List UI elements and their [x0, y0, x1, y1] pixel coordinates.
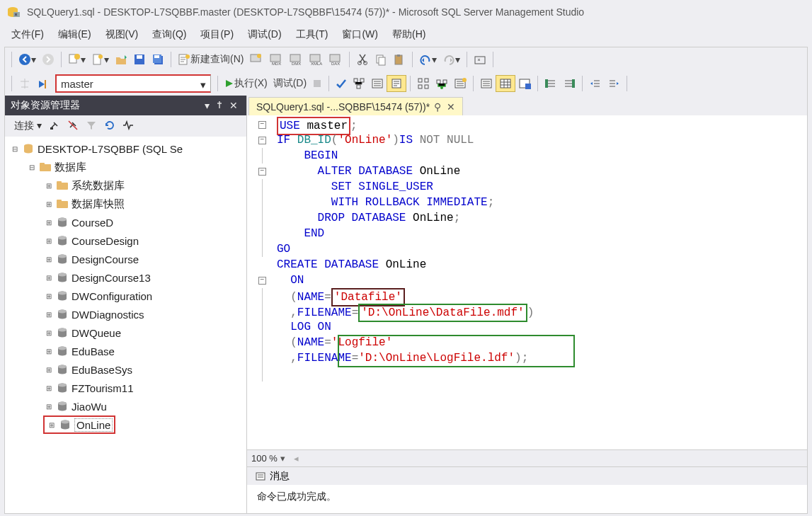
connect-plug-icon[interactable] — [45, 120, 64, 133]
save-button[interactable] — [130, 52, 149, 67]
editor-tab-active[interactable]: SQLQuery1.sql -...SQBBF\15474 (57))* ⚲ ✕ — [248, 97, 463, 115]
include-client-stats[interactable] — [451, 76, 469, 91]
quick-launch-icon[interactable] — [471, 52, 489, 67]
tree-expand-icon[interactable]: ⊞ — [43, 253, 55, 265]
database-snapshots[interactable]: 数据库快照 — [72, 197, 125, 211]
tree-expand-icon[interactable]: ⊞ — [46, 419, 57, 430]
execute-button[interactable]: 执行(X) — [222, 76, 270, 91]
database-node[interactable]: JiaoWu — [72, 401, 107, 413]
database-node[interactable]: OnLine — [74, 418, 113, 432]
new-query-button[interactable]: 新建查询(N) — [175, 52, 246, 67]
database-node[interactable]: DesignCourse — [72, 253, 139, 265]
open-file-button[interactable] — [112, 52, 130, 67]
include-live-stats[interactable] — [433, 76, 451, 91]
comment-button[interactable] — [542, 76, 560, 91]
menu-query[interactable]: 查询(Q) — [145, 26, 193, 43]
filter-icon[interactable] — [82, 120, 101, 133]
tree-expand-icon[interactable]: ⊞ — [43, 364, 55, 375]
debug-button[interactable]: 调试(D) — [270, 76, 309, 91]
results-to-grid[interactable] — [496, 75, 515, 92]
undo-button[interactable]: ▾ — [416, 52, 440, 67]
code-editor[interactable]: − − − − USE master; IF DB_ID( — [247, 115, 807, 449]
dax-button[interactable]: DAX — [326, 51, 345, 68]
tree-expand-icon[interactable]: ⊞ — [43, 309, 55, 320]
activity-icon[interactable] — [119, 120, 137, 133]
decrease-indent[interactable] — [586, 76, 605, 91]
database-node[interactable]: EduBaseSys — [72, 364, 132, 376]
database-node[interactable]: CourseDesign — [72, 235, 139, 247]
include-actual-plan[interactable] — [414, 76, 433, 91]
object-explorer-tree[interactable]: ⊟ DESKTOP-L7SQBBF (SQL Se ⊟ 数据库 ⊞ 系统数据库 … — [5, 137, 246, 513]
database-node[interactable]: FZTourism11 — [72, 382, 134, 394]
menu-file[interactable]: 文件(F) — [4, 26, 51, 43]
sql-arrow-icon[interactable] — [34, 76, 52, 91]
pin-icon[interactable]: ⚲ — [434, 101, 441, 113]
paste-button[interactable] — [390, 52, 408, 67]
tree-expand-icon[interactable]: ⊞ — [43, 272, 55, 283]
display-estimated-plan[interactable] — [350, 76, 368, 91]
menu-help[interactable]: 帮助(H) — [385, 26, 433, 43]
tree-expand-icon[interactable]: ⊞ — [43, 235, 55, 246]
copy-button[interactable] — [372, 52, 390, 67]
menu-view[interactable]: 视图(V) — [98, 26, 146, 43]
messages-tab[interactable]: 消息 — [251, 470, 294, 483]
database-node[interactable]: DWQueue — [72, 327, 121, 339]
disconnect-icon[interactable] — [64, 120, 82, 133]
new-file-button[interactable]: ▾ — [88, 52, 112, 67]
mdx-button-1[interactable] — [246, 51, 266, 68]
database-node[interactable]: CourseD — [72, 217, 113, 229]
results-to-file[interactable] — [515, 76, 534, 91]
new-project-button[interactable]: ▾ — [65, 52, 88, 67]
tree-expand-icon[interactable]: ⊞ — [43, 327, 55, 338]
pin-icon[interactable] — [212, 100, 227, 111]
zoom-value[interactable]: 100 % — [251, 453, 278, 464]
menu-edit[interactable]: 编辑(E) — [51, 26, 98, 43]
cut-button[interactable] — [353, 52, 372, 67]
increase-indent[interactable] — [605, 76, 623, 91]
nav-back-button[interactable]: ▾ — [16, 52, 39, 67]
nav-forward-button[interactable] — [39, 52, 57, 67]
title-bar: SQLQuery1.sql - DESKTOP-L7SQBBF.master (… — [0, 0, 812, 24]
database-node[interactable]: DesignCourse13 — [72, 272, 151, 284]
tree-expand-icon[interactable]: ⊞ — [43, 345, 55, 357]
query-options[interactable] — [368, 76, 387, 91]
database-node[interactable]: DWConfiguration — [72, 290, 152, 302]
chevron-down-icon[interactable]: ▾ — [280, 453, 285, 464]
parse-check-button[interactable] — [333, 76, 350, 91]
database-node[interactable]: EduBase — [72, 345, 115, 357]
tree-expand-icon[interactable]: ⊞ — [43, 290, 55, 302]
intellisense-toggle[interactable] — [387, 75, 406, 92]
xmla-button[interactable]: XMLA — [306, 51, 326, 68]
close-icon[interactable]: ✕ — [447, 101, 455, 113]
dmx-button[interactable]: DMX — [286, 51, 306, 68]
scroll-left-icon[interactable]: ◂ — [294, 453, 299, 464]
tree-expand-icon[interactable]: ⊞ — [43, 382, 55, 394]
code-content[interactable]: USE master; IF DB_ID('OnLine')IS NOT NUL… — [277, 115, 534, 449]
tree-expand-icon[interactable]: ⊞ — [43, 180, 55, 191]
database-node[interactable]: DWDiagnostics — [72, 309, 144, 321]
menu-window[interactable]: 窗口(W) — [335, 26, 385, 43]
results-to-text[interactable] — [477, 76, 496, 91]
uncomment-button[interactable] — [560, 76, 578, 91]
tree-expand-icon[interactable]: ⊞ — [43, 401, 55, 412]
tree-expand-icon[interactable]: ⊞ — [43, 217, 55, 228]
tree-collapse-icon[interactable]: ⊟ — [9, 143, 21, 154]
system-databases[interactable]: 系统数据库 — [72, 179, 125, 193]
menu-project[interactable]: 项目(P) — [193, 26, 241, 43]
connect-button[interactable]: 连接 ▾ — [11, 120, 45, 132]
svg-rect-21 — [310, 55, 320, 62]
menu-debug[interactable]: 调试(D) — [241, 26, 288, 43]
refresh-icon[interactable] — [101, 120, 119, 133]
tree-expand-icon[interactable]: ⊞ — [43, 198, 55, 210]
server-node[interactable]: DESKTOP-L7SQBBF (SQL Se — [38, 143, 183, 155]
redo-button[interactable]: ▾ — [440, 52, 463, 67]
mdx-button-2[interactable]: MDX — [266, 51, 286, 68]
menu-tools[interactable]: 工具(T) — [289, 26, 336, 43]
save-all-button[interactable] — [149, 52, 167, 67]
database-selector[interactable]: master ▾ — [55, 74, 211, 93]
panel-options-icon[interactable]: ▾ — [202, 100, 212, 111]
svg-point-76 — [58, 347, 67, 350]
tree-collapse-icon[interactable]: ⊟ — [26, 161, 38, 173]
databases-folder[interactable]: 数据库 — [55, 161, 86, 174]
close-icon[interactable]: ✕ — [227, 100, 241, 111]
